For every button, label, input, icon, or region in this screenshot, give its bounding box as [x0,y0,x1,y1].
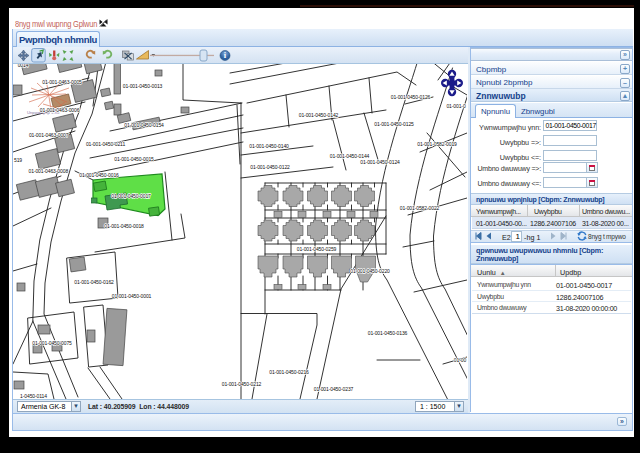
svg-text:01-001-0450-0259: 01-001-0450-0259 [297,246,337,252]
svg-text:01-001-0463-0005: 01-001-0463-0005 [42,79,82,85]
svg-text:01-001-0450-0212: 01-001-0450-0212 [222,381,262,387]
svg-text:01-001-0450-0142: 01-001-0450-0142 [299,112,339,118]
svg-text:01-001-0450-0016: 01-001-0450-0016 [79,172,119,178]
svg-text:01-001-0450-0162: 01-001-0450-0162 [74,279,114,285]
svg-text:01-001-0450-0216: 01-001-0450-0216 [269,369,309,375]
svg-text:01-001-0463-0007: 01-001-0463-0007 [29,132,69,138]
svg-text:01-001-0582-0022: 01-001-0582-0022 [400,205,440,211]
svg-text:01-001-0450-0075: 01-001-0450-0075 [32,340,72,346]
svg-text:01-001-0450-0017: 01-001-0450-0017 [111,193,151,199]
svg-text:01-001-0450-0220: 01-001-0450-0220 [350,268,390,274]
svg-text:01-001-0450-0126: 01-001-0450-0126 [391,94,431,100]
svg-text:01-001-0450-0015: 01-001-0450-0015 [114,156,154,162]
svg-text:01-001-0450-0122: 01-001-0450-0122 [250,164,290,170]
svg-text:01-001-0463-0008: 01-001-0463-0008 [29,168,69,174]
svg-text:01-001-0450-0211: 01-001-0450-0211 [86,141,125,147]
svg-text:01-001-0582-0019: 01-001-0582-0019 [417,141,457,147]
svg-text:519: 519 [14,157,22,163]
svg-text:01-001-0450-0001: 01-001-0450-0001 [112,293,152,299]
svg-text:01-00: 01-00 [454,357,467,363]
svg-text:01-001-0450-0018: 01-001-0450-0018 [104,223,144,229]
svg-text:01-001-0450-0154: 01-001-0450-0154 [124,122,164,128]
svg-text:01-001-0450-0124: 01-001-0450-0124 [360,159,400,165]
svg-text:01-001-0: 01-001-0 [446,103,466,109]
svg-text:01-001-0450-0136: 01-001-0450-0136 [368,330,408,336]
svg-text:01-001-0450-0125: 01-001-0450-0125 [374,121,414,127]
svg-text:1-0450-0114: 1-0450-0114 [20,393,47,399]
svg-text:01-001-0450-0237: 01-001-0450-0237 [314,386,354,392]
svg-text:0014: 0014 [18,64,29,68]
svg-text:01-001-0463-0006: 01-001-0463-0006 [40,107,80,113]
svg-text:01-001-0450-0013: 01-001-0450-0013 [123,83,163,89]
svg-text:01-001-0450-0140: 01-001-0450-0140 [249,143,289,149]
